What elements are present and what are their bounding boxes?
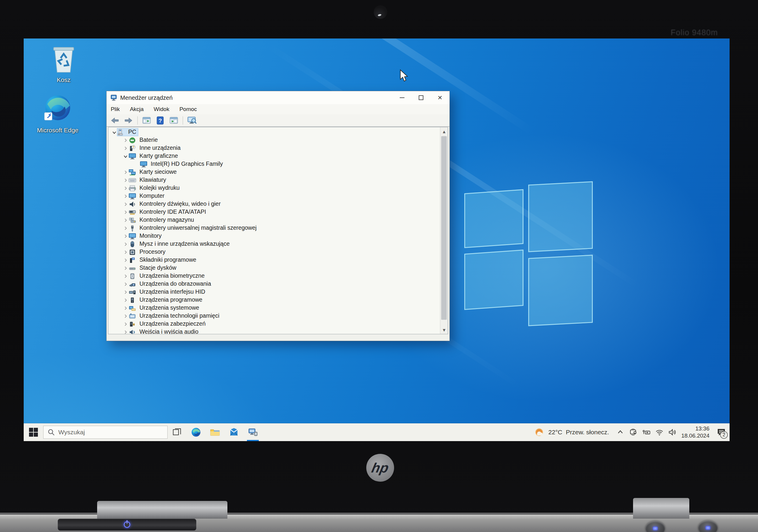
- menu-widok[interactable]: Widok: [154, 106, 169, 113]
- taskbar-app-device-manager[interactable]: [243, 423, 262, 441]
- software-component-icon: [128, 257, 136, 263]
- svg-text:?: ?: [158, 117, 162, 124]
- tree-item-label: Kontrolery uniwersalnej magistrali szere…: [139, 224, 258, 232]
- scan-hardware-changes-button[interactable]: [187, 116, 197, 125]
- taskbar-app-file-explorer[interactable]: [205, 423, 224, 441]
- back-button[interactable]: [110, 116, 120, 125]
- taskbar-app-mail[interactable]: [224, 423, 243, 441]
- tree-item-kontrolery-magazynu[interactable]: Kontrolery magazynu: [108, 216, 440, 224]
- tree-item-kolejki-wydruku[interactable]: Kolejki wydruku: [108, 184, 440, 192]
- tree-item-sk-adniki-programowe[interactable]: Składniki programowe: [108, 256, 440, 264]
- tray-display-device-icon[interactable]: [627, 429, 639, 436]
- taskbar-app-edge[interactable]: [187, 423, 205, 441]
- tree-item-stacje-dysk-w[interactable]: Stacje dysków: [108, 264, 440, 272]
- chevron-collapsed-icon[interactable]: [122, 218, 128, 222]
- tree-item-urz-dzenia-programowe[interactable]: Urządzenia programowe: [108, 296, 440, 304]
- action-center-button[interactable]: 2: [713, 423, 730, 441]
- chevron-expanded-icon[interactable]: [122, 154, 128, 158]
- tray-volume-icon[interactable]: [667, 429, 678, 436]
- tree-item-urz-dzenia-systemowe[interactable]: Urządzenia systemowe: [108, 304, 440, 312]
- weather-widget[interactable]: 22°C Przew. słonecz.: [529, 423, 614, 441]
- chevron-collapsed-icon[interactable]: [122, 226, 128, 230]
- chevron-collapsed-icon[interactable]: [122, 234, 128, 238]
- taskbar-app-task-view[interactable]: [168, 423, 187, 441]
- tree-item-kontrolery-uniwersalnej-magistrali-szeregowej[interactable]: Kontrolery uniwersalnej magistrali szere…: [108, 224, 440, 232]
- tree-item-wej-cia-i-wyj-cia-audio[interactable]: Wejścia i wyjścia audio: [108, 328, 440, 334]
- properties-button[interactable]: [168, 116, 179, 125]
- tree-item-label: Urządzenia interfejsu HID: [139, 288, 207, 296]
- chevron-collapsed-icon[interactable]: [122, 146, 128, 150]
- edge-icon: [191, 427, 201, 437]
- tree-item-kontrolery-ide-ata-atapi[interactable]: Kontrolery IDE ATA/ATAPI: [108, 208, 440, 216]
- chevron-collapsed-icon[interactable]: [122, 210, 128, 214]
- chevron-collapsed-icon[interactable]: [122, 282, 128, 286]
- tree-item-label: Komputer: [139, 192, 166, 200]
- chevron-collapsed-icon[interactable]: [122, 258, 128, 262]
- chevron-collapsed-icon[interactable]: [122, 266, 128, 270]
- menu-akcja[interactable]: Akcja: [130, 106, 144, 113]
- chevron-collapsed-icon[interactable]: [122, 314, 128, 318]
- show-console-tree-button[interactable]: [141, 116, 152, 125]
- tray-input-indicator-icon[interactable]: [640, 429, 652, 436]
- printer-icon: [128, 185, 136, 191]
- chevron-collapsed-icon[interactable]: [122, 242, 128, 246]
- tree-item-pc[interactable]: PC: [108, 128, 440, 136]
- tray-wifi-icon[interactable]: [653, 429, 665, 436]
- help-button[interactable]: ?: [155, 116, 165, 125]
- tree-item-urz-dzenia-do-obrazowania[interactable]: Urządzenia do obrazowania: [108, 280, 440, 288]
- chevron-collapsed-icon[interactable]: [122, 178, 128, 183]
- chevron-collapsed-icon[interactable]: [122, 170, 128, 174]
- chevron-collapsed-icon[interactable]: [122, 194, 128, 198]
- tree-item-intel-r-hd-graphics-family[interactable]: Intel(R) HD Graphics Family: [108, 160, 440, 168]
- device-tree: PCBaterie?Inne urządzeniaKarty graficzne…: [108, 128, 440, 334]
- tree-item-urz-dzenia-biometryczne[interactable]: Urządzenia biometryczne: [108, 272, 440, 280]
- tree-item-urz-dzenia-technologii-pami-ci[interactable]: Urządzenia technologii pamięci: [108, 312, 440, 320]
- tree-item-karty-sieciowe[interactable]: Karty sieciowe: [108, 168, 440, 176]
- scroll-down-arrow[interactable]: ▼: [440, 326, 448, 334]
- tree-item-komputer[interactable]: Komputer: [108, 192, 440, 200]
- chevron-expanded-icon[interactable]: [111, 130, 117, 134]
- maximize-button[interactable]: [412, 91, 431, 104]
- chevron-collapsed-icon[interactable]: [122, 250, 128, 254]
- chevron-collapsed-icon[interactable]: [122, 274, 128, 278]
- tree-item-urz-dzenia-interfejsu-hid[interactable]: Urządzenia interfejsu HID: [108, 288, 440, 296]
- tray-chevron-up-icon[interactable]: [614, 429, 626, 436]
- edge-icon: [42, 92, 74, 125]
- toolbar: ?: [107, 114, 449, 127]
- tree-item-urz-dzenia-zabezpiecze[interactable]: Urządzenia zabezpieczeń: [108, 320, 440, 328]
- chevron-collapsed-icon[interactable]: [122, 202, 128, 206]
- tree-item-label: Urządzenia programowe: [139, 296, 204, 304]
- forward-button[interactable]: [123, 116, 134, 125]
- chevron-collapsed-icon[interactable]: [122, 322, 128, 326]
- chevron-collapsed-icon[interactable]: [122, 290, 128, 294]
- tree-item-inne-urz-dzenia[interactable]: ?Inne urządzenia: [108, 144, 440, 152]
- vertical-scrollbar[interactable]: ▲ ▼: [440, 127, 448, 334]
- tree-item-karty-graficzne[interactable]: Karty graficzne: [108, 152, 440, 160]
- chevron-collapsed-icon[interactable]: [122, 306, 128, 310]
- desktop-icon-recycle-bin[interactable]: Kosz: [42, 45, 86, 83]
- tree-item-label: Urządzenia systemowe: [139, 304, 201, 312]
- chevron-collapsed-icon[interactable]: [122, 298, 128, 302]
- title-bar[interactable]: Menedżer urządzeń ✕: [107, 91, 449, 104]
- tree-item-klawiatury[interactable]: Klawiatury: [108, 176, 440, 184]
- menu-pomoc[interactable]: Pomoc: [180, 106, 197, 113]
- chevron-collapsed-icon[interactable]: [122, 330, 128, 334]
- tree-item-procesory[interactable]: Procesory: [108, 248, 440, 256]
- scrollbar-thumb[interactable]: [441, 136, 447, 320]
- search-input[interactable]: Wyszukaj: [43, 426, 168, 439]
- menu-plik[interactable]: Plik: [111, 106, 120, 113]
- tree-item-mysz-i-inne-urz-dzenia-wskazuj-ce[interactable]: Mysz i inne urządzenia wskazujące: [108, 240, 440, 248]
- minimize-button[interactable]: [393, 91, 412, 104]
- tree-item-label: Kontrolery magazynu: [139, 216, 196, 224]
- svg-text:?: ?: [133, 146, 134, 149]
- close-button[interactable]: ✕: [431, 91, 449, 104]
- chevron-collapsed-icon[interactable]: [122, 138, 128, 142]
- start-button[interactable]: [24, 423, 43, 441]
- scroll-up-arrow[interactable]: ▲: [440, 127, 448, 136]
- tree-item-monitory[interactable]: Monitory: [108, 232, 440, 240]
- desktop-icon-microsoft-edge[interactable]: Microsoft Edge: [36, 92, 80, 134]
- tree-item-baterie[interactable]: Baterie: [108, 136, 440, 144]
- tree-item-kontrolery-d-wi-ku-wideo-i-gier[interactable]: Kontrolery dźwięku, wideo i gier: [108, 200, 440, 208]
- chevron-collapsed-icon[interactable]: [122, 186, 128, 190]
- taskbar-clock[interactable]: 13:36 18.06.2024: [678, 425, 713, 439]
